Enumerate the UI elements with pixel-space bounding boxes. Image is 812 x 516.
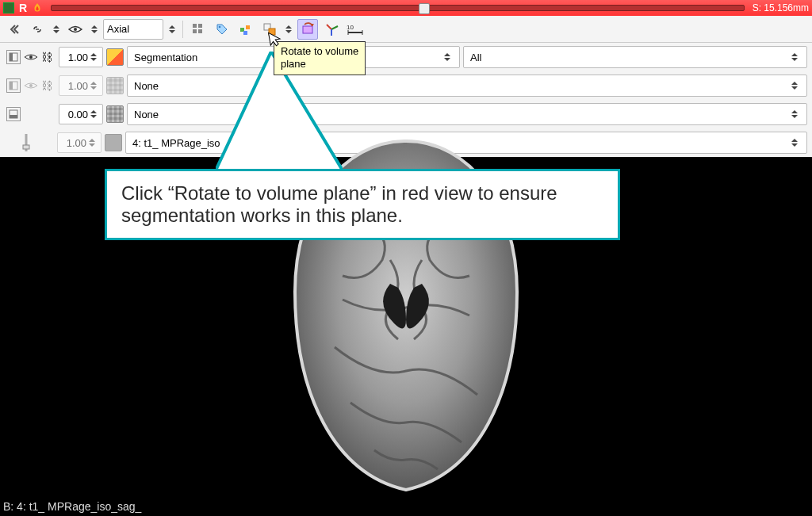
layout-pin-icon[interactable]: [6, 50, 21, 64]
rotate-to-volume-plane-button[interactable]: [297, 19, 318, 40]
layer-row-label: ⛓ 1.00 None: [0, 71, 812, 100]
layer-row-segmentation: ⛓ 1.00 Segmentation All: [0, 43, 812, 71]
status-background-label: B: 4: t1_ MPRage_iso_sag_: [3, 500, 141, 513]
opacity-input[interactable]: 0.00: [59, 104, 103, 124]
tag-icon[interactable]: [212, 19, 232, 40]
orientation-value: Axial: [107, 23, 159, 35]
layer-row-foreground: 0.00 None: [0, 100, 812, 128]
svg-rect-20: [10, 53, 13, 61]
svg-point-24: [29, 84, 33, 87]
svg-rect-11: [303, 26, 312, 33]
opacity-input[interactable]: 1.00: [59, 75, 103, 96]
svg-point-5: [219, 25, 221, 28]
svg-line-13: [327, 25, 331, 29]
segmentation-swatch-icon[interactable]: [106, 48, 124, 66]
grid-layout-icon[interactable]: [188, 19, 209, 40]
expand-panel-button[interactable]: [3, 19, 24, 40]
eye-off-icon[interactable]: [24, 78, 38, 93]
svg-rect-8: [243, 31, 247, 35]
axes-reformat-icon[interactable]: [321, 19, 342, 40]
layout-pin-icon[interactable]: [6, 107, 21, 121]
ruler-icon[interactable]: 10: [345, 19, 366, 40]
grow-icon[interactable]: [236, 19, 256, 40]
svg-rect-2: [198, 24, 202, 28]
link-icon[interactable]: ⛓: [41, 79, 56, 92]
slice-bar: R S: 15.156mm: [0, 0, 812, 16]
svg-rect-7: [246, 25, 250, 29]
lut-swatch-icon[interactable]: [106, 77, 124, 94]
separator: [182, 21, 183, 38]
slice-slider-handle[interactable]: [419, 3, 430, 14]
svg-rect-26: [10, 115, 17, 118]
eye-icon[interactable]: [24, 50, 38, 64]
callout-text: Click “Rotate to volume plane” in red vi…: [121, 182, 603, 227]
svg-point-0: [74, 28, 77, 31]
svg-rect-28: [23, 145, 29, 149]
segmentation-mode-select[interactable]: All: [463, 46, 807, 68]
tooltip-line: plane: [281, 58, 358, 71]
flame-icon: [32, 2, 43, 13]
orientation-stepper[interactable]: [167, 25, 178, 33]
layout-pin-icon[interactable]: [6, 78, 21, 93]
orientation-select[interactable]: Axial: [103, 19, 163, 40]
tooltip: Rotate to volume plane: [274, 41, 366, 75]
svg-text:10: 10: [347, 24, 354, 31]
eye-icon[interactable]: [65, 19, 86, 40]
opacity-input[interactable]: 1.00: [59, 47, 103, 67]
slice-value: S: 15.156mm: [753, 2, 809, 13]
layers-panel: ⛓ 1.00 Segmentation All ⛓ 1.00 None: [0, 43, 812, 158]
instruction-callout: Click “Rotate to volume plane” in red vi…: [105, 169, 620, 240]
layer-row-background: 1.00 4: t1_ MPRage_iso: [0, 128, 812, 157]
lut-swatch-icon[interactable]: [105, 134, 122, 151]
svg-line-12: [331, 26, 338, 29]
svg-rect-1: [193, 24, 197, 28]
svg-rect-3: [193, 29, 197, 33]
link-icon[interactable]: ⛓: [41, 51, 56, 63]
view-letter: R: [17, 2, 29, 14]
svg-point-21: [29, 55, 33, 59]
chevrons-updown-icon[interactable]: [283, 25, 294, 33]
slice-slider[interactable]: [51, 5, 745, 11]
opacity-input[interactable]: 1.00: [57, 132, 102, 153]
pin-icon[interactable]: [3, 2, 14, 13]
link-views-icon[interactable]: [27, 19, 48, 40]
wl-slider-icon[interactable]: [22, 132, 36, 153]
lut-swatch-icon[interactable]: [106, 105, 124, 123]
tooltip-line: Rotate to volume: [281, 45, 358, 58]
mouse-cursor-icon: [266, 29, 284, 49]
view-toolbar: Axial 10: [0, 16, 812, 43]
svg-rect-4: [198, 29, 202, 33]
chevrons-updown-icon[interactable]: [51, 25, 62, 33]
chevrons-updown-icon[interactable]: [89, 25, 100, 33]
svg-rect-23: [10, 82, 13, 90]
